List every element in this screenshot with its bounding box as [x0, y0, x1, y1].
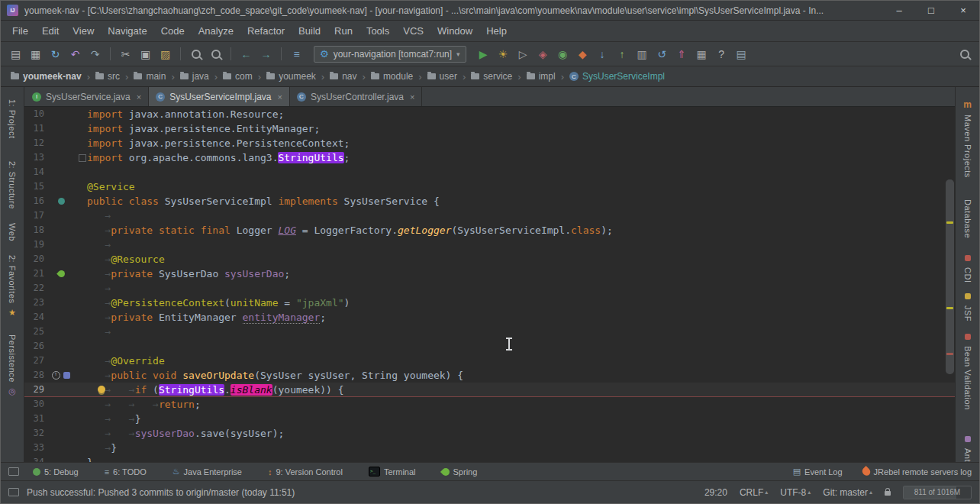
fold-area[interactable]: [78, 267, 87, 281]
breadcrumb-item-youmeek[interactable]: youmeek: [266, 71, 317, 82]
menu-item-run[interactable]: Run: [327, 25, 359, 37]
tool-button-maven-projects[interactable]: Maven Projects: [963, 115, 972, 178]
close-button[interactable]: ×: [950, 2, 976, 18]
gutter-icon-area[interactable]: [44, 208, 78, 223]
redo-icon[interactable]: ↷: [86, 46, 104, 63]
breadcrumb-item-java[interactable]: java: [179, 71, 210, 82]
fold-area[interactable]: [78, 412, 87, 426]
gutter-icon-area[interactable]: [44, 179, 78, 194]
intention-bulb-icon[interactable]: [98, 386, 105, 393]
breadcrumb-item-src[interactable]: src: [95, 71, 121, 82]
fold-area[interactable]: [78, 325, 87, 339]
code-line-23[interactable]: 23 →@PersistenceContext(unitName = "jpaX…: [24, 296, 955, 310]
fold-area[interactable]: [78, 455, 87, 462]
breadcrumb-item-sysuserserviceimpl[interactable]: CSysUserServiceImpl: [569, 71, 666, 82]
tab-sysuserservice-java[interactable]: ISysUserService.java×: [25, 87, 149, 106]
code-line-34[interactable]: 34}: [24, 455, 955, 462]
tool-button-1-project[interactable]: 1: Project: [8, 99, 17, 138]
gutter-icon-area[interactable]: [44, 223, 78, 237]
gutter-marker-icon[interactable]: [79, 154, 86, 162]
menu-item-vcs[interactable]: VCS: [396, 25, 430, 37]
tool-button-2-favorites[interactable]: 2: Favorites★: [8, 255, 17, 317]
gutter-icon-area[interactable]: [44, 325, 78, 339]
menu-item-analyze[interactable]: Analyze: [192, 25, 240, 37]
tool-window-button-java-enterprise[interactable]: ♨Java Enterprise: [172, 467, 242, 477]
code-line-30[interactable]: 30 → → →return;: [24, 397, 955, 412]
menu-item-view[interactable]: View: [66, 25, 101, 37]
fold-area[interactable]: [78, 296, 87, 310]
gutter-icon-area[interactable]: [44, 194, 78, 208]
code-line-29[interactable]: 29 → →if (StringUtils.isBlank(youmeek)) …: [24, 383, 955, 397]
scrollbar-thumb[interactable]: [946, 179, 954, 374]
lock-icon[interactable]: [885, 491, 891, 496]
gutter-icon-area[interactable]: [44, 136, 78, 150]
code-line-12[interactable]: 12import javax.persistence.PersistenceCo…: [24, 136, 955, 150]
tool-button-jsf[interactable]: JSF: [963, 293, 972, 321]
code-line-14[interactable]: 14: [24, 165, 955, 179]
fold-area[interactable]: [78, 121, 87, 136]
tool-window-button-spring[interactable]: Spring: [442, 467, 478, 477]
gutter-icon-area[interactable]: [44, 150, 78, 165]
gutter-icon-area[interactable]: [44, 339, 78, 354]
vcs-commit-icon[interactable]: ↑: [614, 46, 631, 63]
maximize-button[interactable]: □: [918, 2, 944, 18]
tool-window-button-5-debug[interactable]: 5: Debug: [33, 467, 79, 477]
run-icon[interactable]: ▶: [475, 46, 492, 63]
show-diff-icon[interactable]: ▥: [633, 46, 651, 63]
run-configuration-select[interactable]: ⚙your-navigation [tomcat7:run]▾: [314, 46, 466, 63]
push-icon[interactable]: ⇑: [673, 46, 691, 63]
fold-area[interactable]: [78, 252, 87, 267]
rollback-icon[interactable]: ↺: [653, 46, 671, 63]
tool-window-button-6-todo[interactable]: ≡6: TODO: [105, 467, 147, 477]
tool-button-database[interactable]: Database: [963, 199, 972, 238]
paste-icon[interactable]: ▨: [156, 46, 174, 63]
code-line-32[interactable]: 32 → →sysUserDao.save(sysUser);: [24, 426, 955, 441]
spring-bean-icon[interactable]: [56, 269, 66, 279]
code-line-16[interactable]: 16public class SysUserServiceImpl implem…: [24, 194, 955, 208]
gutter-icon-area[interactable]: [44, 121, 78, 136]
fold-area[interactable]: [78, 383, 87, 397]
code-line-15[interactable]: 15@Service: [24, 179, 955, 194]
gutter-icon-area[interactable]: [44, 296, 78, 310]
synchronize-icon[interactable]: ↻: [47, 46, 64, 63]
breadcrumb-item-nav[interactable]: nav: [329, 71, 357, 82]
tool-button-web[interactable]: Web: [8, 223, 17, 241]
maven-icon[interactable]: m: [963, 99, 972, 110]
tool-button-2-structure[interactable]: 2: Structure: [8, 161, 17, 209]
tool-button-cdi[interactable]: CDI: [963, 255, 972, 283]
gutter-icon-area[interactable]: [44, 412, 78, 426]
search-everywhere-button[interactable]: [956, 46, 973, 63]
tool-button-ant[interactable]: Ant: [963, 436, 972, 462]
forward-icon[interactable]: →: [257, 46, 275, 63]
gutter-icon-area[interactable]: [44, 426, 78, 441]
menu-item-help[interactable]: Help: [479, 25, 514, 37]
find-icon[interactable]: [187, 46, 205, 63]
fold-area[interactable]: [78, 194, 87, 208]
code-line-20[interactable]: 20 →@Resource: [24, 252, 955, 267]
code-line-33[interactable]: 33 →}: [24, 441, 955, 455]
fold-area[interactable]: [78, 441, 87, 455]
menu-item-window[interactable]: Window: [430, 25, 479, 37]
fold-area[interactable]: [78, 150, 87, 165]
code-line-18[interactable]: 18 →private static final Logger LOG = Lo…: [24, 223, 955, 237]
override-icon[interactable]: [52, 371, 60, 380]
minimize-button[interactable]: –: [886, 2, 912, 18]
encoding-widget[interactable]: UTF-8 ▴: [780, 487, 811, 498]
vcs-update-icon[interactable]: ↓: [594, 46, 611, 63]
tab-sysuserserviceimpl-java[interactable]: CSysUserServiceImpl.java×: [149, 87, 290, 106]
memory-indicator[interactable]: 811 of 1016M: [903, 486, 972, 499]
code-line-24[interactable]: 24 →private EntityManager entityManager;: [24, 310, 955, 325]
menu-item-file[interactable]: File: [5, 25, 35, 37]
tool-window-button-event-log[interactable]: ▤Event Log: [793, 467, 843, 477]
gutter-icon-area[interactable]: [44, 441, 78, 455]
menu-item-edit[interactable]: Edit: [35, 25, 66, 37]
tool-button-bean-validation[interactable]: Bean Validation: [963, 334, 972, 410]
code-line-28[interactable]: 28 →public void saveOrUpdate(SysUser sys…: [24, 368, 955, 383]
gutter-icon-area[interactable]: [44, 383, 78, 397]
line-separator-widget[interactable]: CRLF ▴: [740, 487, 768, 498]
recent-changes-icon[interactable]: ≡: [288, 46, 305, 63]
close-icon[interactable]: ×: [278, 92, 282, 102]
fold-area[interactable]: [78, 179, 87, 194]
fold-area[interactable]: [78, 165, 87, 179]
close-icon[interactable]: ×: [410, 92, 414, 102]
